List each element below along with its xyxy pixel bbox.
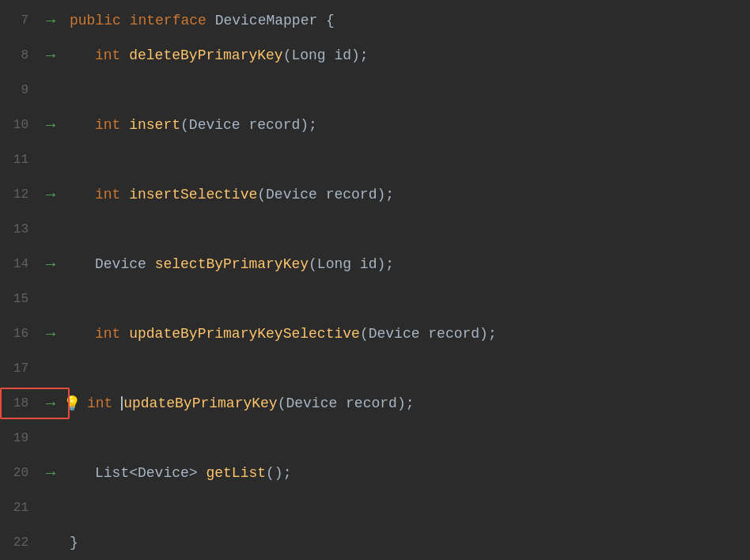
breakpoint-arrow-10[interactable]: → [46,116,55,134]
bulb-icon[interactable]: 💡 [63,395,81,412]
params-20: (); [266,465,291,481]
code-line-18: 18 → 💡 int updateByPrimaryKey(Device rec… [0,386,750,421]
params-18: (Device record); [278,395,415,411]
return-type-14: Device [95,256,155,272]
method-insertSelective: insertSelective [129,187,257,202]
keyword-public: public [70,13,130,28]
arrow-gutter-8[interactable]: → [38,47,63,65]
arrow-gutter-20[interactable]: → [38,464,63,482]
line-number-15: 15 [0,292,38,306]
line-number-20: 20 [0,466,38,480]
line-number-13: 13 [0,222,38,236]
params-8: (Long id); [283,47,369,63]
line-number-9: 9 [0,83,38,97]
keyword-int-16: int [95,326,129,342]
params-10: (Device record); [180,117,317,133]
line-content-7: public interface DeviceMapper { [63,13,750,28]
closing-brace: } [70,535,78,551]
return-type-20: List<Device> [95,465,206,481]
breakpoint-arrow-20[interactable]: → [46,464,55,482]
code-line-22: 22 } [0,525,750,560]
keyword-int-12: int [95,187,129,202]
method-selectByPrimaryKey: selectByPrimaryKey [155,256,309,272]
line-number-10: 10 [0,118,38,132]
keyword-int-18: int [87,395,121,411]
code-line-12: 12 → int insertSelective(Device record); [0,177,750,212]
code-line-20: 20 → List<Device> getList(); [0,456,750,490]
breakpoint-arrow-16[interactable]: → [46,325,55,343]
line-content-18: int updateByPrimaryKey(Device record); [87,395,750,411]
keyword-int-8: int [95,47,129,63]
code-line-7: 7 → public interface DeviceMapper { [0,3,750,38]
keyword-interface: interface [130,13,215,28]
code-editor: 7 → public interface DeviceMapper { 8 → … [0,0,750,560]
arrow-gutter-10[interactable]: → [38,116,63,134]
line-content-12: int insertSelective(Device record); [63,187,750,202]
line-content-8: int deleteByPrimaryKey(Long id); [63,47,750,63]
line-number-12: 12 [0,187,38,202]
method-getList: getList [206,465,266,481]
line-number-8: 8 [0,48,38,62]
code-line-13: 13 [0,212,750,247]
class-name-text: DeviceMapper { [215,13,335,28]
code-line-10: 10 → int insert(Device record); [0,108,750,142]
breakpoint-arrow-18[interactable]: → [46,395,55,413]
line-number-7: 7 [0,13,38,28]
arrow-gutter-18[interactable]: → [38,395,63,413]
params-12: (Device record); [257,187,394,202]
line-number-18: 18 [0,396,38,411]
line-number-22: 22 [0,535,38,550]
line-content-22: } [63,535,750,551]
code-line-14: 14 → Device selectByPrimaryKey(Long id); [0,247,750,282]
code-line-9: 9 [0,73,750,108]
breakpoint-arrow-7[interactable]: → [46,12,55,30]
code-line-16: 16 → int updateByPrimaryKeySelective(Dev… [0,316,750,351]
text-cursor [121,396,123,411]
arrow-gutter-7[interactable]: → [38,12,63,30]
params-14: (Long id); [309,256,394,272]
keyword-int-10: int [95,117,129,133]
line-number-16: 16 [0,327,38,341]
code-line-17: 17 [0,351,750,386]
params-16: (Device record); [360,326,497,342]
method-updateByPrimaryKey: updateByPrimaryKey [123,395,277,411]
arrow-gutter-16[interactable]: → [38,325,63,343]
code-line-19: 19 [0,421,750,456]
arrow-gutter-12[interactable]: → [38,186,63,204]
line-number-14: 14 [0,257,38,271]
line-content-16: int updateByPrimaryKeySelective(Device r… [63,326,750,342]
arrow-gutter-14[interactable]: → [38,255,63,274]
method-deleteByPrimaryKey: deleteByPrimaryKey [129,47,282,63]
line-number-17: 17 [0,361,38,376]
line-content-20: List<Device> getList(); [63,465,750,481]
line-number-21: 21 [0,501,38,515]
code-line-15: 15 [0,282,750,316]
breakpoint-arrow-12[interactable]: → [46,186,55,204]
line-content-14: Device selectByPrimaryKey(Long id); [63,256,750,272]
breakpoint-arrow-14[interactable]: → [46,255,55,274]
line-number-11: 11 [0,153,38,167]
breakpoint-arrow-8[interactable]: → [46,47,55,65]
method-insert: insert [129,117,180,133]
code-line-8: 8 → int deleteByPrimaryKey(Long id); [0,38,750,73]
line-number-19: 19 [0,431,38,445]
code-line-11: 11 [0,142,750,177]
method-updateByPrimaryKeySelective: updateByPrimaryKeySelective [129,326,360,342]
code-line-21: 21 [0,490,750,525]
line-content-10: int insert(Device record); [63,117,750,133]
